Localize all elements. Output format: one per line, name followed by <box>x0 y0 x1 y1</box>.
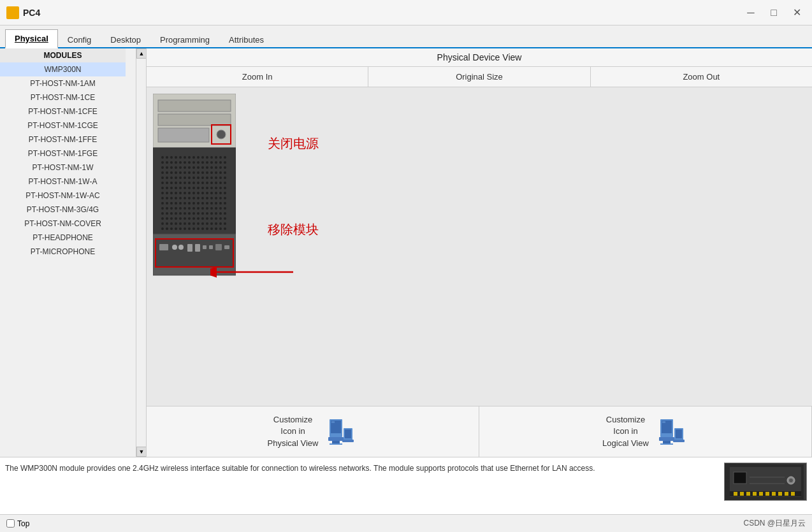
power-label: 关闭电源 <box>268 135 319 152</box>
svg-point-180 <box>188 212 191 215</box>
svg-point-114 <box>161 192 164 194</box>
tab-attributes[interactable]: Attributes <box>219 31 273 48</box>
svg-point-189 <box>161 217 164 220</box>
svg-point-137 <box>197 197 199 199</box>
tab-programming[interactable]: Programming <box>150 31 219 48</box>
list-item[interactable]: PT-MICROPHONE <box>0 245 126 259</box>
maximize-button[interactable]: □ <box>765 5 783 20</box>
svg-point-71 <box>170 176 173 179</box>
list-item[interactable]: PT-HOST-NM-1CFE <box>0 104 126 119</box>
svg-point-111 <box>215 187 217 189</box>
list-item[interactable]: PT-HOST-NM-1W <box>0 161 126 175</box>
svg-point-173 <box>224 207 226 210</box>
list-item[interactable]: PT-HOST-NM-3G/4G <box>0 203 126 217</box>
status-bar: Top CSDN @日星月云 <box>0 514 812 532</box>
svg-point-140 <box>210 197 213 199</box>
top-checkbox[interactable] <box>6 519 15 528</box>
svg-point-220 <box>166 227 168 230</box>
modules-list[interactable]: MODULES WMP300N PT-HOST-NM-1AM PT-HOST-N… <box>0 48 136 457</box>
svg-point-68 <box>224 171 226 174</box>
svg-point-165 <box>188 207 191 210</box>
tab-physical[interactable]: Physical <box>5 29 58 48</box>
svg-point-35 <box>210 161 213 164</box>
scroll-down-button[interactable]: ▼ <box>136 447 146 457</box>
watermark: CSDN @日星月云 <box>743 518 806 529</box>
titlebar: PC4 ─ □ ✕ <box>0 0 812 25</box>
zoom-in-button[interactable]: Zoom In <box>147 67 368 87</box>
tab-config[interactable]: Config <box>58 31 101 48</box>
svg-point-225 <box>188 227 191 230</box>
svg-point-11 <box>170 156 173 159</box>
svg-point-181 <box>192 212 195 215</box>
svg-rect-279 <box>772 492 776 496</box>
svg-point-159 <box>161 207 164 210</box>
list-item[interactable]: PT-HOST-NM-1CGE <box>0 119 126 133</box>
list-item[interactable]: PT-HOST-NM-COVER <box>0 217 126 231</box>
svg-rect-244 <box>224 245 229 249</box>
customize-physical-icon <box>324 415 358 449</box>
original-size-button[interactable]: Original Size <box>368 67 590 87</box>
svg-point-192 <box>175 217 177 220</box>
svg-rect-249 <box>328 437 344 441</box>
svg-point-144 <box>161 202 164 205</box>
scroll-up-button[interactable]: ▲ <box>136 48 146 59</box>
list-item[interactable]: PT-HOST-NM-1AM <box>0 76 126 90</box>
minimize-button[interactable]: ─ <box>742 5 760 20</box>
svg-point-20 <box>210 156 213 159</box>
svg-point-206 <box>170 222 173 225</box>
svg-point-43 <box>179 166 182 169</box>
window-title: PC4 <box>23 8 742 18</box>
svg-point-73 <box>179 176 182 179</box>
svg-point-60 <box>188 171 191 174</box>
svg-point-41 <box>170 166 173 169</box>
svg-point-132 <box>175 197 177 199</box>
list-item[interactable]: PT-HOST-NM-1W-AC <box>0 189 126 203</box>
svg-point-136 <box>192 197 195 199</box>
svg-point-88 <box>179 182 182 184</box>
module-thumbnail <box>725 463 806 500</box>
svg-point-149 <box>184 202 186 205</box>
svg-point-238 <box>178 245 184 250</box>
module-preview-image <box>724 463 807 501</box>
svg-point-57 <box>175 171 177 174</box>
modules-scrollbar[interactable]: ▲ ▼ <box>136 48 146 457</box>
list-item[interactable]: PT-HOST-NM-1CE <box>0 90 126 104</box>
svg-point-46 <box>192 166 195 169</box>
svg-point-143 <box>224 197 226 199</box>
svg-point-72 <box>175 176 177 179</box>
svg-point-81 <box>215 176 217 179</box>
svg-point-130 <box>166 197 168 199</box>
svg-point-103 <box>179 187 182 189</box>
list-item[interactable]: PT-HEADPHONE <box>0 231 126 245</box>
svg-point-10 <box>166 156 168 159</box>
list-item[interactable]: PT-HOST-NM-1FGE <box>0 147 126 161</box>
svg-point-153 <box>201 202 204 205</box>
top-checkbox-area: Top <box>6 519 29 528</box>
tabs-bar: Physical Config Desktop Programming Attr… <box>0 25 812 48</box>
list-item[interactable]: WMP300N <box>0 62 126 76</box>
svg-point-237 <box>172 245 177 250</box>
svg-point-77 <box>197 176 199 179</box>
tab-desktop[interactable]: Desktop <box>101 31 150 48</box>
svg-point-45 <box>188 166 191 169</box>
svg-rect-260 <box>660 443 673 445</box>
svg-point-161 <box>170 207 173 210</box>
list-item[interactable]: PT-HOST-NM-1FFE <box>0 133 126 147</box>
customize-physical-button[interactable]: Customize Icon in Physical View <box>147 406 479 457</box>
list-item[interactable]: PT-HOST-NM-1W-A <box>0 175 126 189</box>
svg-point-32 <box>197 161 199 164</box>
svg-point-230 <box>210 227 213 230</box>
svg-point-194 <box>184 217 186 220</box>
svg-point-23 <box>224 156 226 159</box>
zoom-out-button[interactable]: Zoom Out <box>590 67 812 87</box>
close-button[interactable]: ✕ <box>788 5 806 20</box>
svg-point-58 <box>179 171 182 174</box>
bottom-toolbar: Customize Icon in Physical View <box>147 406 812 457</box>
svg-point-204 <box>161 222 164 225</box>
svg-point-55 <box>166 171 168 174</box>
svg-rect-239 <box>187 244 192 252</box>
svg-point-54 <box>161 171 164 174</box>
customize-logical-button[interactable]: Customize Icon in Logical View <box>479 406 812 457</box>
svg-point-49 <box>206 166 208 169</box>
svg-point-223 <box>179 227 182 230</box>
